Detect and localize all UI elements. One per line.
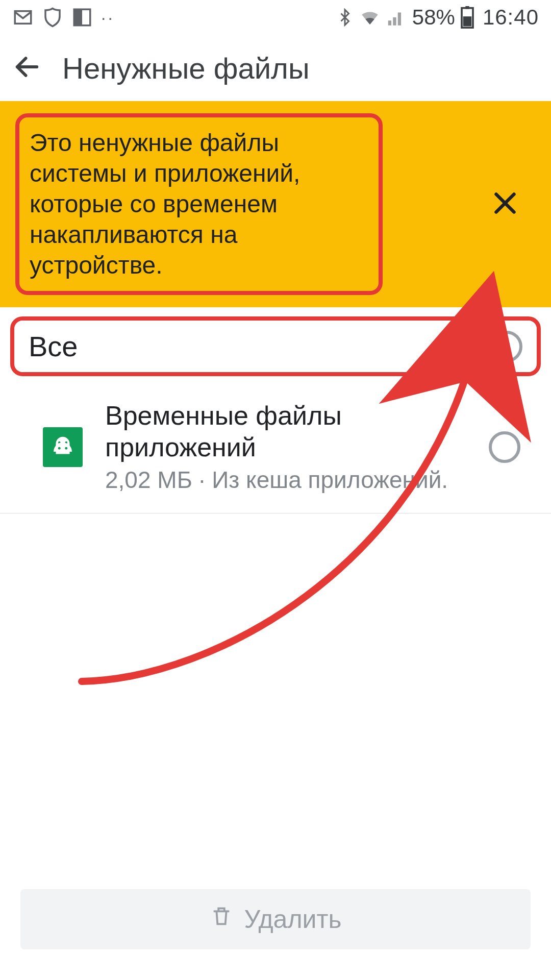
bluetooth-icon <box>336 8 354 27</box>
trash-icon <box>210 904 233 934</box>
wifi-icon <box>359 7 381 28</box>
svg-rect-1 <box>74 9 82 26</box>
mail-icon <box>12 7 34 28</box>
list-item-texts: Временные файлы приложений 2,02 МБ · Из … <box>105 400 466 495</box>
app-bar: Ненужные файлы <box>0 35 551 101</box>
select-all-label: Все <box>29 330 78 363</box>
list-item-radio[interactable] <box>489 431 520 463</box>
select-all-radio[interactable] <box>491 331 522 362</box>
list-item-title: Временные файлы приложений <box>105 400 466 463</box>
select-all-row[interactable]: Все <box>10 316 541 376</box>
list-item-subtitle: 2,02 МБ · Из кеша приложений. <box>105 465 466 495</box>
more-dots-icon: ·· <box>101 8 115 28</box>
svg-rect-3 <box>465 6 469 9</box>
signal-icon <box>386 8 405 27</box>
status-bar: ·· 58% 16:40 <box>0 0 551 35</box>
android-icon <box>43 427 83 467</box>
page-title: Ненужные файлы <box>62 51 310 85</box>
close-icon[interactable] <box>490 188 536 220</box>
screen: ·· 58% 16:40 Ненужные файлы Э <box>0 0 551 980</box>
delete-button[interactable]: Удалить <box>20 889 531 949</box>
info-banner: Это ненужные файлы системы и приложений,… <box>0 101 551 307</box>
annotation-highlight-banner: Это ненужные файлы системы и приложений,… <box>15 113 383 295</box>
delete-button-label: Удалить <box>244 904 342 934</box>
battery-icon <box>460 6 474 29</box>
clock: 16:40 <box>483 5 539 30</box>
shield-icon <box>42 7 63 28</box>
list-item[interactable]: Временные файлы приложений 2,02 МБ · Из … <box>0 381 551 513</box>
bottom-action-bar: Удалить <box>0 869 551 980</box>
status-left-icons: ·· <box>12 7 115 28</box>
svg-point-7 <box>58 447 61 450</box>
svg-point-8 <box>65 447 67 450</box>
back-icon[interactable] <box>12 52 42 84</box>
svg-rect-4 <box>463 16 472 26</box>
battery-percent: 58% <box>412 5 455 30</box>
banner-text: Это ненужные файлы системы и приложений,… <box>30 128 333 281</box>
split-screen-icon <box>71 7 93 28</box>
status-right-icons: 58% 16:40 <box>336 5 539 30</box>
